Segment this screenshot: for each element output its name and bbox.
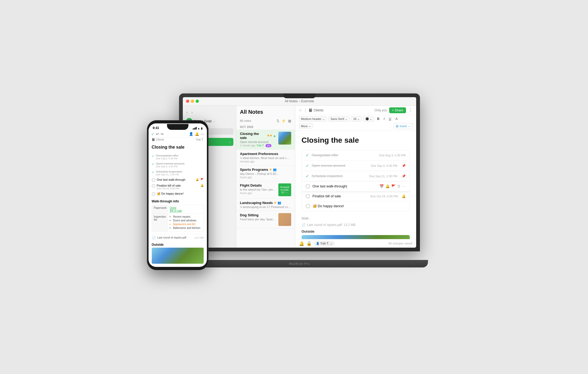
divider: | <box>305 108 306 113</box>
note-item-dog[interactable]: Dog Sitting Feed twice per day. Space is… <box>236 211 295 228</box>
nav-back-button[interactable]: ‹ <box>185 109 189 115</box>
undo-icon[interactable]: ↩ <box>156 132 159 136</box>
font-dropdown[interactable]: Sans Serif ⌄ <box>328 116 350 122</box>
minimize-dot[interactable] <box>191 100 194 103</box>
list-item: Appliances and AC <box>173 223 200 226</box>
editor-close-button[interactable]: ✕ <box>299 108 302 112</box>
highlight-button[interactable]: A <box>394 116 399 121</box>
phone-task-item[interactable]: ✓ Open escrow account Due Sep 4, 4:30 PM <box>152 161 204 169</box>
nav-forward-button[interactable]: › <box>190 109 194 115</box>
trash-icon[interactable]: 🗑 <box>397 184 401 188</box>
note-item-closing[interactable]: Closing the sale ★★ ▲ Open escrow accoun… <box>236 130 295 150</box>
notes-list-icons: ⇅ ⚡ ▦ <box>276 119 291 123</box>
task-item-active[interactable]: One last walk-through 📅 🔔 🚩 🗑 ⋯ <box>302 182 409 191</box>
note-title: Apartment Preferences <box>240 152 291 156</box>
note-item-apartment[interactable]: Apartment Preferences 's ideal kitchen. … <box>236 150 295 165</box>
italic-button[interactable]: I <box>382 116 386 121</box>
maximize-dot[interactable] <box>196 100 199 103</box>
task-item[interactable]: ✓ Schedule inspection Due Sep 21, 2:30 P… <box>302 171 409 182</box>
more-icon[interactable]: ⋯ <box>201 132 204 136</box>
underline-button[interactable]: U <box>388 116 393 121</box>
redo-icon[interactable]: ↪ <box>161 132 164 136</box>
task-item[interactable]: ✓ Renegotiate offer Due Aug 3, 5:30 PM <box>302 150 409 161</box>
bell-icon: 🔔 <box>196 178 199 181</box>
sort-icon[interactable]: ⇅ <box>276 119 279 123</box>
note-excerpt: 's landscaping to-do 17 Pinewood Ln. Rep… <box>240 205 291 209</box>
bold-button[interactable]: B <box>376 116 381 121</box>
task-due: Due Aug 3, 5:30 PM <box>156 157 204 160</box>
task-item[interactable]: Finalize bill of sale Due Oct 24, 5:30 P… <box>302 191 409 201</box>
pdf-size: 13.2 MB <box>344 223 356 227</box>
bell-icon[interactable]: 🔔 <box>385 184 390 188</box>
filter-icon[interactable]: ⚡ <box>282 119 286 123</box>
note-item-landscaping[interactable]: Landscaping Needs ★ 👥 's landscaping to-… <box>236 199 295 211</box>
task-item[interactable]: ✓ Open escrow account Due Sep 4, 4:30 PM… <box>302 161 409 171</box>
chevron-icon: ⌄ <box>330 242 332 245</box>
more-format-button[interactable]: More ⌄ <box>299 123 313 129</box>
task-item[interactable]: 🥳 Do happy dance! <box>302 201 409 211</box>
editor-notebook[interactable]: 📓 Clients <box>309 108 324 112</box>
save-status: All changes saved <box>388 242 412 245</box>
phone-task-item[interactable]: One last walk-through 🔔 🚩 <box>152 177 204 183</box>
task-text: 🥳 Do happy dance! <box>157 192 204 195</box>
notes-list-meta: 86 notes ⇅ ⚡ ▦ <box>236 118 295 124</box>
view-icon[interactable]: ▦ <box>288 119 291 123</box>
check-empty-icon <box>152 192 155 196</box>
chevron-down-icon: ⌄ <box>357 117 360 121</box>
lock-footer-icon[interactable]: 🔒 <box>306 241 312 246</box>
task-check-empty <box>306 184 310 188</box>
note-item-content: Apartment Preferences 's ideal kitchen. … <box>240 152 291 163</box>
pdf-row: 📄 Last round of repairs.pdf 13.2 MB <box>302 223 410 227</box>
notebook-name: Clients <box>314 108 324 112</box>
link-bill[interactable]: Bill of sale <box>170 209 182 212</box>
bell-footer-icon[interactable]: 🔔 <box>299 241 304 246</box>
chevron-down-icon: ⌄ <box>408 124 410 128</box>
notes-list-header: All Notes <box>236 106 295 118</box>
task-text[interactable]: One last walk-through <box>313 184 377 188</box>
footer-user-badge[interactable]: 👤 Yuki T. ⌄ <box>314 241 335 246</box>
chevron-down-icon: ⌄ <box>309 124 311 128</box>
people-icon: 👥 <box>278 201 281 205</box>
notes-list-panel: All Notes 86 notes ⇅ ⚡ ▦ OCT 2020 <box>236 106 295 248</box>
bell-icon[interactable]: 🔔 <box>195 132 199 136</box>
note-thumbnail: Proceed to Gate E7 → <box>278 183 291 196</box>
walk-through-section: Walk- <box>302 217 410 220</box>
note-title: Sports Programs ★ 👥 <box>240 168 291 172</box>
note-title: Landscaping Needs ★ 👥 <box>240 201 291 205</box>
close-dot[interactable] <box>186 100 189 103</box>
phone-task-item[interactable]: ✓ Renegotiate offer Due Aug 3, 5:30 PM <box>152 153 204 161</box>
flag-icon[interactable]: 🚩 <box>391 184 396 188</box>
insert-button[interactable]: ⊕ Insert ⌄ <box>393 123 412 129</box>
pin-icon: 📌 <box>402 164 406 168</box>
link-deed[interactable]: Deed <box>170 206 176 209</box>
bell-icon: 🔔 <box>200 184 204 187</box>
share-icon: + <box>392 108 394 112</box>
user-icon[interactable]: 👤 <box>189 132 193 136</box>
check-empty-icon <box>152 184 155 188</box>
header-dropdown[interactable]: Medium header ⌄ <box>299 116 327 122</box>
pdf-name: Last round of repairs.pdf <box>157 236 193 239</box>
phone-task-item[interactable]: ✓ Schedule inspection Due Sep 21, 2:30 P… <box>152 169 204 177</box>
color-button[interactable]: ⌄ <box>363 116 374 122</box>
pdf-icon: 📄 <box>302 223 306 227</box>
outside-image <box>302 235 410 239</box>
calendar-icon[interactable]: 📅 <box>380 184 384 188</box>
task-check-icon: ✓ <box>306 163 309 168</box>
new-note-chevron: ⌄ <box>229 140 231 143</box>
note-item-sports[interactable]: Sports Programs ★ 👥 day Dance – Pickup a… <box>236 165 295 181</box>
font-size-dropdown[interactable]: 16 ⌄ <box>351 116 362 122</box>
tag-icon: ▲ <box>273 134 276 137</box>
pdf-icon: 📄 <box>152 236 156 240</box>
phone-task-item[interactable]: 🥳 Do happy dance! <box>152 191 204 197</box>
sidebar-nav: ‹ › <box>183 108 236 116</box>
more-icon[interactable]: ⋯ <box>402 184 406 188</box>
more-button[interactable]: ⋮ <box>408 108 412 113</box>
share-button[interactable]: + Share <box>389 107 406 113</box>
check-icon[interactable]: ✓ <box>151 132 154 136</box>
phone-task-item[interactable]: Finalize bill of sale Due Oct 24, 5:30 P… <box>152 183 204 191</box>
check-done-icon: ✓ <box>152 162 154 166</box>
list-item: Doors and windows <box>173 219 200 222</box>
task-due: Due Sep 21, 2:30 PM <box>369 175 397 178</box>
note-item-flight[interactable]: Flight Details to the airport by 7am. pr… <box>236 181 295 199</box>
note-item-content: Sports Programs ★ 👥 day Dance – Pickup a… <box>240 168 291 179</box>
